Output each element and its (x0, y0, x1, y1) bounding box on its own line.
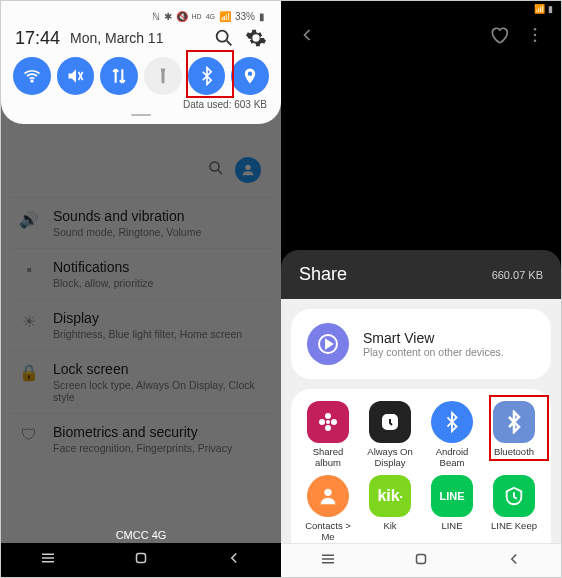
app-contacts[interactable]: Contacts > Me (299, 475, 357, 543)
flower-icon (307, 401, 349, 443)
keep-icon (493, 475, 535, 517)
app-line-keep[interactable]: LINE Keep (485, 475, 543, 543)
file-size: 660.07 KB (492, 269, 543, 281)
svg-point-16 (325, 413, 331, 419)
smart-view-row[interactable]: Smart ViewPlay content on other devices. (291, 309, 551, 379)
nav-bar (1, 543, 281, 577)
wifi-toggle[interactable] (13, 57, 51, 95)
home-button[interactable] (132, 549, 150, 571)
share-title: Share (299, 264, 347, 285)
image-preview (281, 57, 561, 250)
line-icon: LINE (431, 475, 473, 517)
app-bluetooth[interactable]: Bluetooth (485, 401, 543, 469)
svg-point-5 (31, 80, 33, 82)
svg-point-12 (534, 28, 537, 31)
bluetooth-icon (431, 401, 473, 443)
back-button[interactable] (505, 550, 523, 572)
clock-icon (369, 401, 411, 443)
svg-rect-11 (136, 554, 145, 563)
svg-rect-26 (416, 554, 425, 563)
more-icon[interactable] (525, 25, 545, 49)
carrier-label: CMCC 4G (1, 529, 281, 541)
app-shared-album[interactable]: Shared album (299, 401, 357, 469)
data-used-label: Data used: 603 KB (11, 99, 271, 110)
data-toggle[interactable] (100, 57, 138, 95)
flashlight-toggle[interactable] (144, 57, 182, 95)
highlight-bluetooth-toggle (186, 50, 234, 98)
app-kik[interactable]: kik•Kik (361, 475, 419, 543)
svg-point-20 (326, 420, 330, 424)
bluetooth-icon (493, 401, 535, 443)
back-button[interactable] (225, 549, 243, 571)
person-icon (307, 475, 349, 517)
home-button[interactable] (412, 550, 430, 572)
recents-button[interactable] (39, 549, 57, 571)
shade-handle[interactable] (131, 114, 151, 116)
svg-point-19 (331, 419, 337, 425)
back-icon[interactable] (297, 25, 317, 49)
svg-point-3 (217, 31, 228, 42)
svg-point-13 (534, 34, 537, 37)
status-bar: 📶▮ (281, 1, 561, 17)
notification-shade[interactable]: ℕ✱🔇HD4G📶33%▮ 17:44 Mon, March 11 Data us… (1, 1, 281, 124)
heart-icon[interactable] (489, 25, 509, 49)
status-bar: ℕ✱🔇HD4G📶33%▮ (11, 9, 271, 23)
nav-bar (281, 543, 561, 577)
search-icon[interactable] (213, 27, 235, 49)
svg-point-18 (319, 419, 325, 425)
app-line[interactable]: LINELINE (423, 475, 481, 543)
time: 17:44 (15, 28, 60, 49)
svg-point-22 (324, 489, 331, 496)
location-toggle[interactable] (231, 57, 269, 95)
svg-point-17 (325, 425, 331, 431)
kik-icon: kik• (369, 475, 411, 517)
app-android-beam[interactable]: Android Beam (423, 401, 481, 469)
smart-view-icon (307, 323, 349, 365)
date: Mon, March 11 (70, 30, 163, 46)
settings-icon[interactable] (245, 27, 267, 49)
app-aod[interactable]: Always On Display (361, 401, 419, 469)
sound-toggle[interactable] (57, 57, 95, 95)
svg-point-14 (534, 40, 537, 43)
svg-line-4 (227, 41, 232, 46)
recents-button[interactable] (319, 550, 337, 572)
share-header: Share 660.07 KB (281, 250, 561, 299)
